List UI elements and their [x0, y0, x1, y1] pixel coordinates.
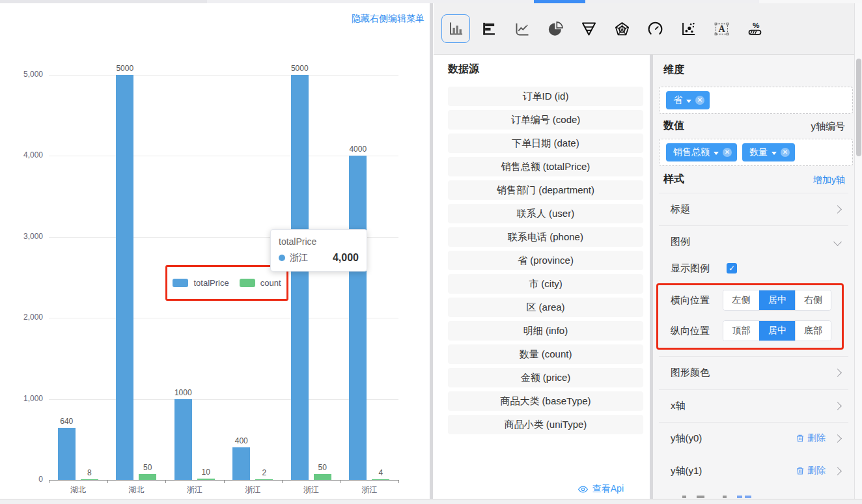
bar-count[interactable]: [197, 479, 215, 480]
chart-type-line-chart[interactable]: [508, 14, 536, 43]
value-heading: 数值: [663, 119, 684, 133]
dimension-chip-省[interactable]: 省✕: [666, 91, 710, 109]
settings-row-title[interactable]: 标题: [659, 193, 848, 225]
pie-chart-icon: [547, 20, 564, 38]
x-axis-category-label: 湖北: [59, 484, 98, 496]
chart-type-funnel-chart[interactable]: [574, 14, 603, 43]
bar-value-label: 50: [130, 463, 165, 472]
v-position-option-底部[interactable]: 底部: [795, 321, 831, 341]
chip-remove-icon[interactable]: ✕: [723, 148, 732, 157]
y-axis-number-label: y轴编号: [811, 120, 846, 133]
svg-text:%: %: [752, 20, 759, 29]
bar-totalprice[interactable]: [349, 156, 367, 480]
field-pill[interactable]: 联系电话 (phone): [448, 227, 643, 247]
field-pill[interactable]: 销售总额 (totalPrice): [448, 157, 643, 176]
chart-type-percent-progress[interactable]: %: [740, 14, 769, 43]
field-pill[interactable]: 金额 (price): [448, 368, 643, 387]
x-axis-category-label: 浙江: [292, 484, 331, 496]
settings-row-graph-color[interactable]: 图形颜色: [659, 356, 848, 389]
x-axis-tick: [398, 480, 399, 483]
field-pill[interactable]: 下单日期 (date): [448, 133, 643, 153]
chart-type-bar-chart[interactable]: [441, 14, 470, 43]
value-chip-销售总额[interactable]: 销售总额✕: [666, 143, 737, 161]
delete-y0-button[interactable]: 删除: [796, 432, 826, 444]
delete-y1-button[interactable]: 删除: [796, 465, 826, 477]
percent-progress-icon: %: [746, 20, 764, 38]
x-axis-tick: [49, 480, 49, 483]
value-chip-数量[interactable]: 数量✕: [742, 143, 795, 161]
field-pill[interactable]: 区 (area): [448, 298, 643, 317]
hide-edit-menu-link[interactable]: 隐藏右侧编辑菜单: [352, 13, 424, 25]
chevron-down-icon[interactable]: [714, 152, 719, 155]
h-position-option-居中[interactable]: 居中: [759, 290, 795, 310]
field-pill[interactable]: 订单ID (id): [448, 87, 643, 106]
scrollbar-thumb[interactable]: [856, 59, 861, 156]
legend-item-totalprice[interactable]: totalPrice: [173, 278, 229, 288]
add-y-axis-link[interactable]: 增加y轴: [813, 175, 845, 186]
bar-count[interactable]: [81, 479, 98, 481]
legend-item-count[interactable]: count: [240, 278, 281, 288]
vertical-scrollbar[interactable]: [854, 3, 862, 499]
show-legend-label: 显示图例: [659, 262, 717, 275]
chart-type-gauge-chart[interactable]: [641, 14, 669, 43]
field-pill[interactable]: 数量 (count): [448, 344, 643, 364]
y-axis-tick-label: 0: [5, 475, 43, 484]
bar-value-label: 2: [247, 468, 282, 477]
chip-remove-icon[interactable]: ✕: [695, 96, 704, 105]
chart-type-scatter-chart[interactable]: [674, 14, 702, 43]
bar-count[interactable]: [314, 474, 331, 480]
chip-remove-icon[interactable]: ✕: [781, 148, 790, 157]
chart-type-radar-chart[interactable]: [607, 14, 636, 43]
delete-label: 删除: [807, 465, 826, 477]
field-pill[interactable]: 联系人 (user): [448, 204, 643, 223]
field-pill[interactable]: 订单编号 (code): [448, 110, 643, 130]
dimension-dropzone[interactable]: 省✕: [659, 87, 853, 114]
h-position-option-右侧[interactable]: 右侧: [795, 290, 831, 310]
x-axis-category-label: 湖北: [117, 484, 156, 496]
chevron-down-icon[interactable]: [686, 100, 691, 103]
v-position-option-顶部[interactable]: 顶部: [723, 321, 759, 341]
bar-count[interactable]: [139, 474, 156, 480]
line-chart-icon: [514, 20, 531, 38]
gridline: [49, 75, 398, 76]
field-pill[interactable]: 省 (province): [448, 251, 643, 270]
bar-totalprice[interactable]: [116, 75, 133, 480]
value-dropzone[interactable]: 销售总额✕数量✕: [659, 139, 853, 166]
show-legend-checkbox[interactable]: ✓: [727, 263, 737, 273]
x-axis-tick: [107, 480, 108, 483]
bar-totalprice[interactable]: [291, 75, 309, 480]
field-pill[interactable]: 市 (city): [448, 274, 643, 294]
field-pill[interactable]: 商品大类 (baseType): [448, 391, 643, 411]
chart-type-text-label[interactable]: A: [707, 14, 736, 43]
h-position-option-左侧[interactable]: 左侧: [723, 290, 759, 310]
dimension-heading: 维度: [663, 63, 684, 77]
horizontal-scrollbar[interactable]: [0, 499, 862, 504]
y-axis-tick-label: 3,000: [5, 232, 43, 241]
panel-divider: [430, 3, 433, 504]
funnel-chart-icon: [580, 20, 598, 38]
v-position-option-居中[interactable]: 居中: [759, 321, 795, 341]
chart-panel: 隐藏右侧编辑菜单 01,0002,0003,0004,0005,000湖北湖北浙…: [0, 3, 430, 499]
chart-tooltip: totalPrice 浙江 4,000: [270, 229, 367, 272]
field-pill[interactable]: 明细 (info): [448, 321, 643, 341]
radar-chart-icon: [613, 20, 631, 38]
chevron-down-icon[interactable]: [772, 152, 777, 155]
field-pill[interactable]: 商品小类 (uniType): [448, 415, 643, 434]
bar-value-label: 400: [224, 436, 259, 445]
y-axis-tick-label: 1,000: [5, 394, 43, 403]
bar-count[interactable]: [255, 479, 273, 481]
settings-row-x-axis[interactable]: x轴: [659, 389, 848, 422]
chevron-right-icon: [833, 205, 842, 214]
chevron-down-icon: [833, 238, 842, 246]
settings-row-y-axis-y1[interactable]: y轴(y1) 删除: [659, 455, 848, 487]
view-api-link[interactable]: 查看Api: [577, 483, 624, 495]
settings-row-show-legend: 显示图例 ✓: [659, 258, 848, 279]
bar-count[interactable]: [372, 479, 389, 481]
bar-value-label: 4: [363, 468, 398, 477]
horizontal-bar-chart-icon: [480, 20, 498, 38]
field-pill[interactable]: 销售部门 (department): [448, 180, 643, 200]
chart-type-horizontal-bar-chart[interactable]: [475, 14, 503, 43]
settings-row-legend[interactable]: 图例: [659, 225, 848, 258]
chart-type-pie-chart[interactable]: [541, 14, 570, 43]
settings-row-y-axis-y0[interactable]: y轴(y0) 删除: [659, 422, 848, 455]
